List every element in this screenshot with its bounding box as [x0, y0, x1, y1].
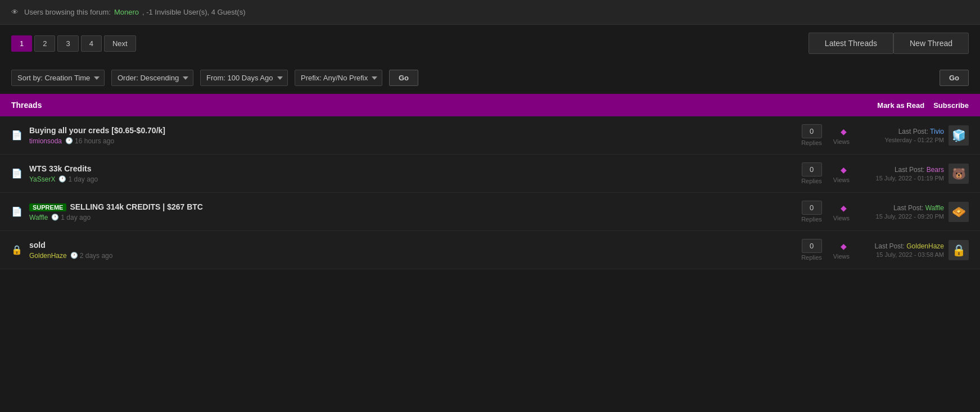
views-stat: ◆ Views [833, 164, 850, 183]
last-post-with-avatar: Last Post: Waffle 15 July, 2022 - 09:20 … [856, 202, 969, 222]
thread-time: 🕐 1 day ago [58, 175, 98, 183]
thread-prefix-badge: SUPREME [29, 203, 66, 211]
replies-stat: 0 Replies [801, 124, 822, 146]
avatar: 🧇 [949, 202, 969, 222]
replies-stat: 0 Replies [801, 239, 822, 261]
order-select[interactable]: Order: Descending Order: Ascending [111, 70, 193, 86]
thread-info: sold GoldenHaze 🕐 2 days ago [29, 241, 794, 260]
new-posts-icon: ◆ [838, 126, 849, 137]
thread-author[interactable]: GoldenHaze [29, 252, 67, 260]
replies-stat: 0 Replies [801, 201, 822, 223]
avatar-emoji: 🧊 [952, 129, 966, 142]
last-post-label: Last Post: [895, 166, 927, 174]
sort-by-select[interactable]: Sort by: Creation Time Sort by: Reply Co… [11, 70, 105, 86]
page-4-button[interactable]: 4 [81, 35, 102, 52]
views-label: Views [833, 215, 850, 221]
subscribe-label[interactable]: Subscribe [933, 101, 969, 110]
thread-meta: Waffle 🕐 1 day ago [29, 214, 794, 221]
next-button[interactable]: Next [104, 35, 136, 52]
from-select[interactable]: From: 100 Days Ago From: 30 Days Ago Fro… [200, 70, 288, 86]
thread-last-post: Last Post: GoldenHaze 15 July, 2022 - 03… [856, 240, 969, 260]
thread-time: 🕐 1 day ago [51, 214, 91, 221]
new-posts-icon: ◆ [838, 164, 849, 175]
reply-count: 0 [802, 201, 822, 215]
thread-stats-group: 0 Replies ◆ Views [801, 201, 850, 223]
views-stat: ◆ Views [833, 202, 850, 221]
thread-title[interactable]: Buying all your creds [$0.65-$0.70/k] [29, 126, 165, 135]
threads-list: 📄 Buying all your creds [$0.65-$0.70/k] … [0, 116, 980, 269]
views-label: Views [833, 253, 850, 260]
last-post-time: Yesterday - 01:22 PM [885, 137, 944, 143]
replies-label: Replies [801, 139, 822, 146]
thread-last-post: Last Post: Waffle 15 July, 2022 - 09:20 … [856, 202, 969, 222]
thread-info: WTS 33k Credits YaSserX 🕐 1 day ago [29, 164, 794, 183]
filter-row: Sort by: Creation Time Sort by: Reply Co… [0, 62, 980, 94]
views-label: Views [833, 138, 850, 145]
last-post-label: Last Post: [875, 242, 907, 250]
replies-stat: 0 Replies [801, 162, 822, 184]
thread-page-icon: 📄 [11, 168, 22, 179]
views-stat: ◆ Views [833, 241, 850, 260]
last-post-label: Last Post: [898, 128, 930, 135]
new-thread-button[interactable]: New Thread [893, 33, 969, 54]
thread-row: 📄 WTS 33k Credits YaSserX 🕐 1 day ago 0 … [0, 155, 980, 193]
mark-as-read-label[interactable]: Mark as Read [877, 101, 924, 110]
browsing-username[interactable]: Monero [114, 8, 139, 16]
thread-row: 🔒 sold GoldenHaze 🕐 2 days ago 0 Replies… [0, 231, 980, 269]
thread-actions: Latest Threads New Thread [809, 33, 969, 54]
last-post-info: Last Post: Tivio Yesterday - 01:22 PM [885, 128, 944, 143]
thread-time: 🕐 16 hours ago [65, 137, 114, 145]
replies-label: Replies [801, 178, 822, 184]
thread-last-post: Last Post: Bears 15 July, 2022 - 01:19 P… [856, 164, 969, 184]
last-post-user[interactable]: GoldenHaze [906, 242, 944, 250]
thread-author[interactable]: timionsoda [29, 137, 62, 145]
toolbar-row: 1 2 3 4 Next Latest Threads New Thread [0, 25, 980, 62]
last-post-label: Last Post: [893, 204, 925, 212]
last-post-user[interactable]: Bears [927, 166, 944, 174]
page-2-button[interactable]: 2 [34, 35, 55, 52]
clock-icon: 🕐 [65, 137, 73, 144]
thread-page-icon: 📄 [11, 206, 22, 218]
go-button-right[interactable]: Go [940, 70, 969, 86]
clock-icon: 🕐 [58, 175, 66, 183]
last-post-with-avatar: Last Post: Bears 15 July, 2022 - 01:19 P… [856, 164, 969, 184]
views-stat: ◆ Views [833, 126, 850, 145]
thread-last-post: Last Post: Tivio Yesterday - 01:22 PM 🧊 [856, 125, 969, 146]
thread-author[interactable]: YaSserX [29, 175, 55, 183]
clock-icon: 🕐 [51, 214, 59, 221]
thread-row: 📄 SUPREMESELLING 314k CREDITS | $267 BTC… [0, 193, 980, 231]
browsing-bar: 👁 Users browsing this forum: Monero , -1… [0, 0, 980, 25]
browsing-rest: , -1 Invisible User(s), 4 Guest(s) [142, 8, 246, 16]
avatar: 🔒 [949, 240, 969, 260]
thread-lock-icon: 🔒 [11, 245, 22, 256]
threads-container: Threads Mark as Read Subscribe 📄 Buying … [0, 94, 980, 269]
avatar-emoji: 🔒 [952, 243, 966, 257]
prefix-select[interactable]: Prefix: Any/No Prefix SUPREME [295, 70, 382, 86]
thread-page-icon: 📄 [11, 130, 22, 141]
thread-author[interactable]: Waffle [29, 214, 48, 221]
new-posts-icon: ◆ [838, 241, 849, 252]
thread-title[interactable]: WTS 33k Credits [29, 164, 91, 173]
go-button[interactable]: Go [389, 70, 418, 86]
page-3-button[interactable]: 3 [57, 35, 78, 52]
avatar: 🧊 [949, 125, 969, 146]
reply-count: 0 [802, 124, 822, 138]
thread-stats-group: 0 Replies ◆ Views [801, 239, 850, 261]
thread-stats-group: 0 Replies ◆ Views [801, 162, 850, 184]
last-post-user[interactable]: Waffle [925, 204, 944, 212]
thread-title[interactable]: sold [29, 241, 46, 250]
threads-header-title: Threads [11, 101, 877, 110]
thread-title[interactable]: SUPREMESELLING 314k CREDITS | $267 BTC [29, 202, 203, 211]
last-post-time: 15 July, 2022 - 03:58 AM [875, 251, 944, 258]
page-1-button[interactable]: 1 [11, 35, 32, 52]
threads-header: Threads Mark as Read Subscribe [0, 94, 980, 116]
last-post-user[interactable]: Tivio [930, 128, 944, 135]
replies-label: Replies [801, 254, 822, 261]
last-post-with-avatar: Last Post: GoldenHaze 15 July, 2022 - 03… [856, 240, 969, 260]
pagination: 1 2 3 4 Next [11, 35, 136, 52]
views-label: Views [833, 176, 850, 183]
latest-threads-button[interactable]: Latest Threads [809, 33, 893, 54]
clock-icon: 🕐 [70, 252, 78, 259]
last-post-info: Last Post: Waffle 15 July, 2022 - 09:20 … [876, 204, 944, 220]
eye-icon: 👁 [11, 8, 19, 16]
